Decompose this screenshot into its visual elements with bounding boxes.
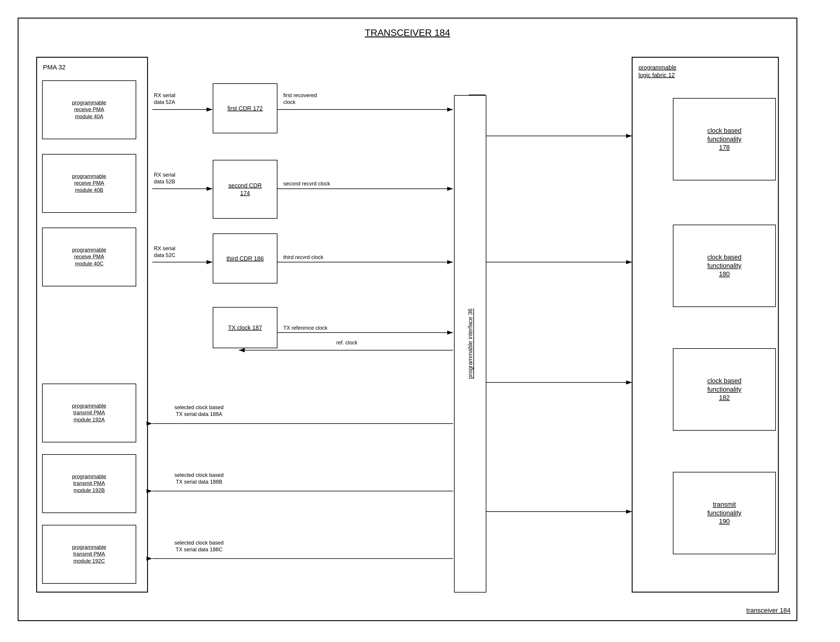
selected-clock-188B-label: selected clock basedTX serial data 188B [175,472,223,486]
second-recvrd-clock-label: second recvrd clock [283,180,330,187]
programmable-interface: programmable interface 36 [454,95,486,593]
ref-clock-label: ref. clock [336,339,358,346]
third-cdr-186: third CDR 186 [213,233,277,284]
selected-clock-188C-label: selected clock basedTX serial data 188C [175,540,223,553]
rx-pma-module-40A: programmablereceive PMAmodule 40A [42,80,136,139]
pma-label: PMA 32 [43,63,66,71]
plf-label: programmable logic fabric 12 [638,63,677,79]
tx-reference-clock-label: TX reference clock [283,325,327,331]
rx-serial-52C-label: RX serialdata 52C [154,245,175,259]
rx-pma-module-40C: programmablereceive PMAmodule 40C [42,227,136,286]
rx-pma-module-40B: programmablereceive PMAmodule 40B [42,154,136,213]
func-190: transmitfunctionality190 [673,472,776,554]
func-182: clock basedfunctionality182 [673,348,776,431]
prog-interface-label: programmable interface 36 [466,308,474,379]
selected-clock-188A-label: selected clock basedTX serial data 188A [175,404,223,418]
tx-pma-module-192A: programmabletransmit PMAmodule 192A [42,384,136,443]
transceiver-caption: transceiver 184 [746,607,791,614]
tx-pma-module-192C: programmabletransmit PMAmodule 192C [42,525,136,584]
func-178: clock basedfunctionality178 [673,98,776,180]
diagram-container: TRANSCEIVER 184 PMA 32 programmable logi… [18,18,797,621]
tx-clock-187: TX clock 187 [213,307,277,348]
func-180: clock basedfunctionality180 [673,225,776,307]
main-title: TRANSCEIVER 184 [365,28,450,38]
rx-serial-52A-label: RX serialdata 52A [154,92,175,106]
first-recovered-clock-label: first recoveredclock [283,92,317,106]
tx-pma-module-192B: programmabletransmit PMAmodule 192B [42,454,136,513]
rx-serial-52B-label: RX serialdata 52B [154,172,175,185]
third-recvrd-clock-label: third recvrd clock [283,254,323,261]
first-cdr-172: first CDR 172 [213,83,277,133]
second-cdr-174: second CDR174 [213,160,277,219]
